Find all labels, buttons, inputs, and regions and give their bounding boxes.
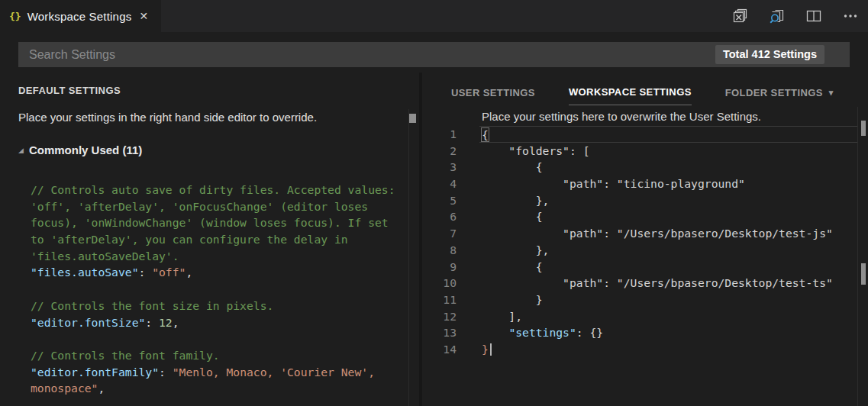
tab-label: USER SETTINGS: [451, 87, 535, 98]
editor-title-actions: [732, 0, 868, 32]
code-line[interactable]: 6 {: [422, 208, 857, 225]
code-line[interactable]: 3 {: [422, 159, 857, 176]
total-settings-badge: Total 412 Settings: [715, 45, 824, 64]
right-scrollbar[interactable]: [857, 107, 868, 406]
tab-title: Workspace Settings: [27, 10, 132, 23]
line-number[interactable]: 8: [422, 242, 479, 259]
code-line[interactable]: // Controls auto save of dirty files. Ac…: [31, 182, 395, 198]
code-line[interactable]: 13 "settings": {}: [422, 324, 857, 341]
settings-search-row: Total 412 Settings: [0, 32, 868, 72]
code-line[interactable]: 7 "path": "/Users/bpasero/Desktop/test-j…: [422, 225, 857, 242]
code-line[interactable]: 10 "path": "/Users/bpasero/Desktop/test-…: [422, 275, 857, 292]
code-line[interactable]: focus), 'onWindowChange' (window loses f…: [31, 214, 395, 231]
right-scrollbar-thumb-mid[interactable]: [861, 263, 866, 285]
close-tab-icon[interactable]: ✕: [139, 10, 148, 22]
line-number[interactable]: 4: [422, 176, 479, 192]
default-settings-code[interactable]: // Controls auto save of dirty files. Ac…: [31, 182, 395, 397]
settings-split-view: DEFAULT SETTINGS Place your settings in …: [0, 72, 868, 406]
more-actions-icon[interactable]: [842, 8, 859, 24]
line-number[interactable]: 3: [422, 159, 479, 176]
line-number[interactable]: 5: [422, 192, 479, 209]
code-line[interactable]: 1{: [422, 126, 857, 143]
line-number[interactable]: 9: [422, 259, 479, 276]
search-editors-icon[interactable]: [769, 8, 786, 24]
editor-tab-bar: {} Workspace Settings ✕: [0, 0, 868, 32]
workspace-settings-pane: USER SETTINGSWORKSPACE SETTINGSFOLDER SE…: [422, 72, 868, 406]
code-line[interactable]: // Controls the font family.: [31, 347, 395, 364]
code-line[interactable]: // Controls the font size in pixels.: [31, 298, 395, 314]
tab-label: FOLDER SETTINGS: [725, 87, 823, 98]
line-number[interactable]: 7: [422, 225, 479, 242]
code-line[interactable]: [31, 330, 395, 347]
workspace-settings-notice: Place your settings here to overwrite th…: [482, 110, 761, 123]
code-line[interactable]: 2 "folders": [: [422, 143, 857, 160]
line-number[interactable]: 12: [422, 308, 479, 325]
code-line[interactable]: "files.autoSave": "off",: [31, 264, 395, 281]
chevron-down-icon: ▾: [829, 88, 834, 98]
tab-user-settings[interactable]: USER SETTINGS: [451, 86, 535, 105]
line-number[interactable]: 1: [422, 126, 479, 143]
code-line[interactable]: monospace",: [31, 380, 395, 397]
code-line[interactable]: 9 {: [422, 259, 857, 276]
code-line[interactable]: [31, 281, 395, 298]
settings-scope-tabs: USER SETTINGSWORKSPACE SETTINGSFOLDER SE…: [451, 86, 834, 105]
json-braces-file-icon: {}: [9, 11, 21, 22]
line-number[interactable]: 11: [422, 292, 479, 308]
default-settings-description: Place your settings in the right hand si…: [18, 111, 317, 124]
workspace-settings-code[interactable]: 1{2 "folders": [3 {4 "path": "ticino-pla…: [422, 126, 857, 358]
section-commonly-used[interactable]: ◢ Commonly Used (11): [18, 143, 142, 156]
overview-ruler: [408, 109, 409, 406]
twistie-expanded-icon: ◢: [18, 147, 24, 154]
editor-tab-workspace-settings[interactable]: {} Workspace Settings ✕: [0, 0, 161, 32]
code-line[interactable]: 14}: [422, 341, 857, 358]
right-scrollbar-thumb-top[interactable]: [861, 121, 866, 136]
code-line[interactable]: 5 },: [422, 192, 857, 209]
default-settings-header: DEFAULT SETTINGS: [18, 85, 121, 96]
code-line[interactable]: 'off', 'afterDelay', 'onFocusChange' (ed…: [31, 198, 395, 215]
default-settings-pane: DEFAULT SETTINGS Place your settings in …: [0, 72, 419, 406]
code-line[interactable]: to 'afterDelay', you can configure the d…: [31, 231, 395, 248]
left-scrollbar-thumb[interactable]: [409, 114, 416, 123]
split-editor-icon[interactable]: [805, 8, 822, 24]
close-all-editors-icon[interactable]: [732, 8, 749, 24]
tab-workspace-settings[interactable]: WORKSPACE SETTINGS: [569, 86, 692, 105]
code-line[interactable]: 4 "path": "ticino-playground": [422, 176, 857, 192]
line-number[interactable]: 13: [422, 324, 479, 341]
line-number[interactable]: 10: [422, 275, 479, 292]
code-line[interactable]: 11 }: [422, 292, 857, 308]
code-line[interactable]: 8 },: [422, 242, 857, 259]
code-line[interactable]: 'files.autoSaveDelay'.: [31, 248, 395, 265]
line-number[interactable]: 2: [422, 143, 479, 160]
line-number[interactable]: 6: [422, 208, 479, 225]
text-cursor: [490, 343, 492, 356]
code-line[interactable]: "editor.fontFamily": "Menlo, Monaco, 'Co…: [31, 364, 395, 381]
tab-folder-settings[interactable]: FOLDER SETTINGS▾: [725, 86, 834, 105]
section-label: Commonly Used (11): [29, 143, 142, 156]
tab-label: WORKSPACE SETTINGS: [569, 86, 692, 98]
code-line[interactable]: "editor.fontSize": 12,: [31, 314, 395, 331]
settings-editor: {} Workspace Settings ✕: [0, 0, 868, 406]
code-line[interactable]: 12 ],: [422, 308, 857, 325]
line-number[interactable]: 14: [422, 341, 479, 358]
